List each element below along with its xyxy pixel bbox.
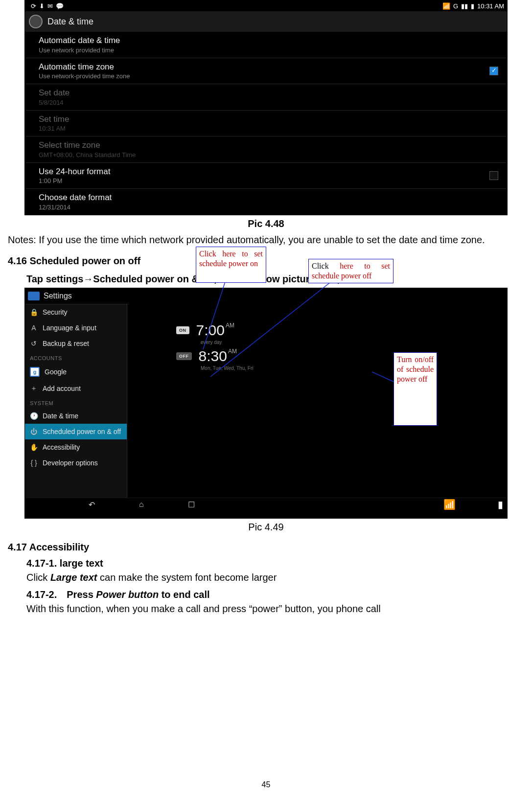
row-title: Set time <box>39 114 499 124</box>
row-title: Use 24-hour format <box>39 167 499 177</box>
arrow-icon: → <box>83 274 93 284</box>
row-title: Choose date format <box>39 193 499 203</box>
clock-icon: 🕐 <box>30 412 38 420</box>
text-content-2: 4.17 Accessibility 4.17-1. large text Cl… <box>0 542 532 616</box>
home-icon[interactable]: ⌂ <box>139 500 144 509</box>
download-icon: ⬇ <box>39 2 45 10</box>
gear-icon <box>29 15 43 28</box>
row-auto-date[interactable]: Automatic date & time Use network provid… <box>25 32 507 58</box>
row-set-time: Set time 10:31 AM <box>25 111 507 137</box>
sidebar-item-label: Language & input <box>43 324 96 332</box>
schedule-time-on: 7:00AM <box>196 322 234 339</box>
wait-cursor-icon: ⟳ <box>31 2 36 10</box>
status-bar: ⟳ ⬇ ✉ 💬 📶 G ▮▮ ▮ 10:31 AM <box>25 0 507 11</box>
sidebar-item-language[interactable]: ALanguage & input <box>25 320 127 336</box>
annotation-power-on: Click here to set schedule power on <box>196 247 266 283</box>
sidebar-item-add-account[interactable]: ＋Add account <box>25 381 127 396</box>
sidebar-item-label: Developer options <box>43 459 98 467</box>
sidebar-item-accessibility[interactable]: ✋Accessibility <box>25 439 127 455</box>
backup-icon: ↺ <box>30 340 38 347</box>
schedule-row-on[interactable]: ON 7:00AM <box>127 319 507 342</box>
signal-icon: ▮▮ <box>461 2 468 10</box>
schedule-days-off: Mon, Tue, Wed, Thu, Fri <box>201 365 507 371</box>
status-time-2: 2:07 PM <box>459 499 495 510</box>
sidebar-item-label: Backup & reset <box>43 340 89 347</box>
sidebar-item-datetime[interactable]: 🕐Date & time <box>25 408 127 424</box>
row-24h[interactable]: Use 24-hour format 1:00 PM <box>25 163 507 189</box>
page-number: 45 <box>0 780 532 789</box>
sidebar-item-google[interactable]: gGoogle <box>25 363 127 381</box>
chat-icon: 💬 <box>56 2 64 10</box>
row-sub: Use network provided time <box>39 46 499 54</box>
status-time: 10:31 AM <box>477 2 504 10</box>
figure-caption-448: Pic 4.48 <box>0 218 532 229</box>
plus-icon: ＋ <box>30 385 38 392</box>
settings-list: Automatic date & time Use network provid… <box>25 32 507 215</box>
row-select-tz: Select time zone GMT+08:00, China Standa… <box>25 137 507 163</box>
sidebar-item-label: Add account <box>43 385 81 392</box>
annotation-power-off: Click here to set schedule power off <box>308 259 393 283</box>
sidebar-item-label: Scheduled power on & off <box>43 428 121 435</box>
row-auto-tz[interactable]: Automatic time zone Use network-provided… <box>25 58 507 85</box>
sidebar-item-scheduled[interactable]: ⏻Scheduled power on & off <box>25 424 127 439</box>
sidebar-item-security[interactable]: 🔒Security <box>25 304 127 320</box>
sidebar-cat-accounts: ACCOUNTS <box>25 351 127 363</box>
braces-icon: { } <box>30 459 38 467</box>
wifi-icon: 📶 <box>442 2 450 10</box>
annotation-power-on-text: Click here to set schedule power on <box>199 250 263 268</box>
schedule-days-on: every day <box>201 340 507 345</box>
battery-icon: ▮ <box>498 499 503 510</box>
settings-label: Settings <box>44 292 72 300</box>
row-sub: Use network-provided time zone <box>39 72 499 80</box>
row-title: Automatic date & time <box>39 36 499 46</box>
tap-line: Tap settings→Scheduled power on & off, s… <box>26 274 524 285</box>
notes-paragraph: Notes: If you use the time which network… <box>8 233 524 247</box>
row-sub: 12/31/2014 <box>39 204 499 211</box>
back-icon[interactable]: ↶ <box>89 500 95 509</box>
annotation-toggle-text: Turn on/off of schedule power off <box>397 355 434 383</box>
sidebar-item-label: Date & time <box>43 412 78 420</box>
signal-icon: 📶 <box>443 499 456 510</box>
scheduled-main: ON 7:00AM every day OFF 8:30AM Mon, Tue,… <box>127 304 507 498</box>
nav-bar-2: ↶ ⌂ ☐ 📶 2:07 PM ▮ <box>25 498 507 511</box>
power-icon: ⏻ <box>30 428 38 435</box>
subheading-4172: 4.17-2. Press Power button to end call <box>26 589 524 600</box>
sidebar-item-developer[interactable]: { }Developer options <box>25 455 127 471</box>
em-large-text: Large text <box>50 572 97 583</box>
off-pill[interactable]: OFF <box>176 352 192 360</box>
sidebar-item-label: Accessibility <box>43 443 80 451</box>
google-icon: g <box>30 367 40 377</box>
recent-icon[interactable]: ☐ <box>188 500 195 509</box>
settings-header: Settings <box>25 288 130 304</box>
hand-icon: ✋ <box>30 443 38 451</box>
mail-icon: ✉ <box>47 2 53 10</box>
row-title: Select time zone <box>39 140 499 150</box>
em-power-button: Power button <box>96 589 159 600</box>
checkbox-icon[interactable] <box>489 171 498 180</box>
subheading-4171: 4.17-1. large text <box>26 558 524 569</box>
sidebar-item-label: Google <box>45 368 67 376</box>
annotation-power-off-black: Click <box>312 262 340 270</box>
lock-icon: 🔒 <box>30 308 38 316</box>
row-date-format[interactable]: Choose date format 12/31/2014 <box>25 189 507 215</box>
on-pill[interactable]: ON <box>176 326 189 334</box>
settings-screen-title: Date & time <box>47 17 93 27</box>
body-4171: Click Large text can make the system fon… <box>26 571 524 584</box>
schedule-row-off[interactable]: OFF 8:30AM <box>127 345 507 367</box>
screenshot-date-time: ⟳ ⬇ ✉ 💬 📶 G ▮▮ ▮ 10:31 AM Date & time Au… <box>24 0 508 215</box>
settings-mini-icon <box>28 292 40 300</box>
checkbox-icon[interactable] <box>489 67 498 75</box>
heading-417: 4.17 Accessibility <box>8 542 524 553</box>
sidebar-item-backup[interactable]: ↺Backup & reset <box>25 336 127 351</box>
schedule-time-off: 8:30AM <box>199 348 237 365</box>
row-sub: 1:00 PM <box>39 177 499 184</box>
row-sub: 10:31 AM <box>39 125 499 132</box>
sidebar-cat-system: SYSTEM <box>25 396 127 408</box>
net-label: G <box>453 2 458 10</box>
language-icon: A <box>30 324 38 332</box>
row-set-date: Set date 5/8/2014 <box>25 84 507 111</box>
settings-title-bar: Date & time <box>25 11 507 32</box>
body-4172: With this function, when you make a call… <box>26 602 524 616</box>
figure-caption-449: Pic 4.49 <box>0 522 532 533</box>
row-title: Automatic time zone <box>39 62 499 72</box>
